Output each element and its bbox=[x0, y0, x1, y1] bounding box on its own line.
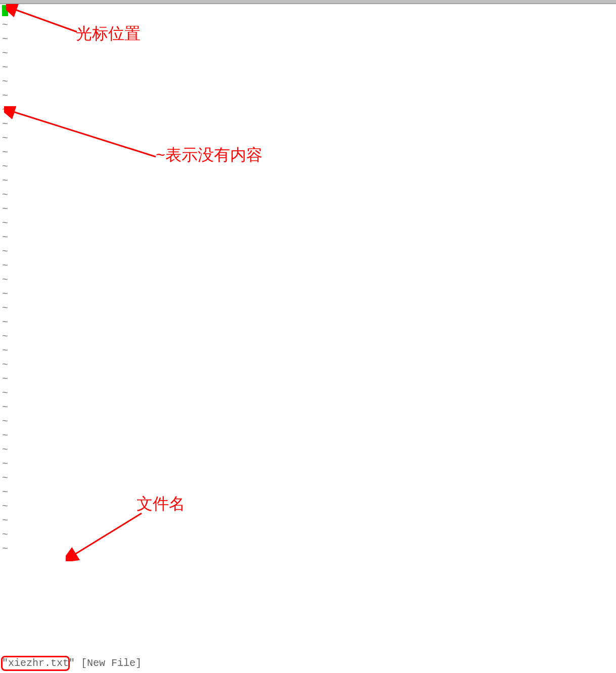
tilde-line: ~ bbox=[2, 61, 616, 75]
tilde-line: ~ bbox=[2, 202, 616, 216]
tilde-line: ~ bbox=[2, 301, 616, 316]
tilde-line: ~ bbox=[2, 103, 616, 117]
tilde-line: ~ bbox=[2, 174, 616, 188]
tilde-line: ~ bbox=[2, 89, 616, 103]
tilde-line: ~ bbox=[2, 500, 616, 514]
tilde-line: ~ bbox=[2, 160, 616, 174]
tilde-line: ~ bbox=[2, 528, 616, 542]
vim-editor-area[interactable]: ~~~~~~~~~~~~~~~~~~~~~~~~~~~~~~~~~~~~~~~ … bbox=[0, 4, 616, 673]
tilde-line: ~ bbox=[2, 259, 616, 273]
tilde-line: ~ bbox=[2, 372, 616, 386]
tilde-line: ~ bbox=[2, 471, 616, 485]
status-newfile: [New File] bbox=[81, 657, 142, 669]
tilde-line: ~ bbox=[2, 216, 616, 231]
annotation-tilde-label: ~表示没有内容 bbox=[156, 144, 262, 166]
tilde-line: ~ bbox=[2, 386, 616, 400]
tilde-line: ~ bbox=[2, 4, 616, 18]
tilde-line: ~ bbox=[2, 287, 616, 301]
annotation-cursor-label: 光标位置 bbox=[76, 23, 141, 45]
tilde-line: ~ bbox=[2, 400, 616, 415]
annotation-filename-label: 文件名 bbox=[137, 493, 185, 515]
tilde-line: ~ bbox=[2, 429, 616, 443]
text-cursor bbox=[2, 5, 8, 16]
tilde-line: ~ bbox=[2, 245, 616, 259]
tilde-line: ~ bbox=[2, 457, 616, 471]
tilde-line: ~ bbox=[2, 358, 616, 372]
tilde-line: ~ bbox=[2, 344, 616, 358]
tilde-line: ~ bbox=[2, 117, 616, 131]
tilde-line: ~ bbox=[2, 75, 616, 89]
tilde-line: ~ bbox=[2, 131, 616, 146]
tilde-line: ~ bbox=[2, 330, 616, 344]
tilde-line: ~ bbox=[2, 514, 616, 528]
tilde-line: ~ bbox=[2, 415, 616, 429]
tilde-line: ~ bbox=[2, 188, 616, 202]
tilde-line: ~ bbox=[2, 47, 616, 61]
tilde-line: ~ bbox=[2, 146, 616, 160]
tilde-lines-container: ~~~~~~~~~~~~~~~~~~~~~~~~~~~~~~~~~~~~~~~ bbox=[2, 4, 616, 556]
window-top-bar bbox=[0, 0, 616, 4]
tilde-line: ~ bbox=[2, 273, 616, 287]
tilde-line: ~ bbox=[2, 231, 616, 245]
filename-highlight-box bbox=[1, 656, 70, 671]
tilde-line: ~ bbox=[2, 542, 616, 556]
tilde-line: ~ bbox=[2, 443, 616, 457]
tilde-line: ~ bbox=[2, 485, 616, 500]
tilde-line: ~ bbox=[2, 316, 616, 330]
